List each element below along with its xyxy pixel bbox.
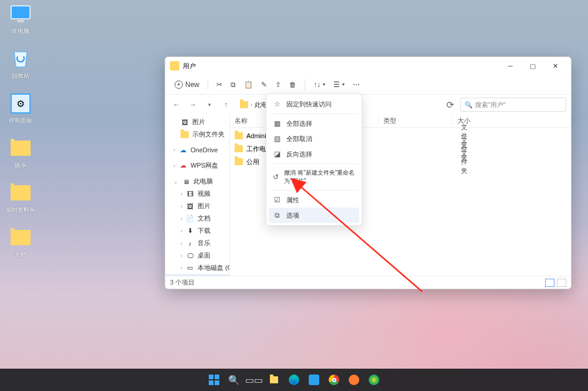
toolbar: + New ✂ ⧉ 📋 ✎ ⇪ 🗑 ↑↓ ▾ ☰ ▾ ⋯ (165, 75, 571, 95)
docs-icon: 📄 (186, 215, 194, 223)
undo-icon: ↺ (272, 172, 279, 182)
desktop-icons: 此电脑 回收站 ⚙ 控制面板 娱乐 临时资料夹 文档 (6, 2, 35, 259)
forward-button[interactable]: → (186, 98, 199, 111)
close-button[interactable]: ✕ (544, 58, 566, 74)
sidebar-item-downloads[interactable]: ›⬇下载 (165, 225, 229, 237)
rename-icon: ✎ (261, 81, 267, 89)
taskbar-app-1[interactable] (306, 372, 322, 388)
svg-rect-5 (209, 380, 213, 385)
col-size[interactable]: 大小 (453, 116, 571, 125)
chevron-right-icon: › (250, 102, 252, 108)
copy-icon: ⧉ (230, 81, 236, 89)
search-input[interactable]: 🔍 搜索"用户" (460, 98, 566, 112)
cloud-icon: ☁ (179, 146, 187, 154)
file-explorer-window: 用户 ─ ▢ ✕ + New ✂ ⧉ 📋 ✎ ⇪ 🗑 ↑↓ ▾ ☰ ▾ ⋯ ← … (165, 56, 572, 289)
taskbar-app-3[interactable] (366, 372, 382, 388)
taskbar-edge[interactable] (286, 372, 302, 388)
cut-icon: ✂ (216, 81, 222, 89)
drive-icon: ▭ (186, 264, 194, 272)
view-button[interactable]: ☰ ▾ (330, 78, 348, 91)
desktop-icon-recycle[interactable]: 回收站 (6, 47, 35, 80)
desktop-icon-ctrl-panel[interactable]: ⚙ 控制面板 (6, 92, 35, 125)
music-icon: ♪ (186, 239, 194, 248)
pc-icon: 🖥 (182, 178, 190, 186)
search-placeholder: 搜索"用户" (475, 101, 506, 109)
folder-icon (270, 376, 278, 383)
refresh-button[interactable]: ⟳ (443, 98, 457, 112)
menu-undo-rename[interactable]: ↺ 撤消 将"新建文件夹"重命名为"图片" (269, 166, 359, 188)
sidebar-item-desktop[interactable]: ›🖵桌面 (165, 249, 229, 262)
plus-icon: + (175, 81, 183, 89)
folder-icon (181, 131, 189, 139)
sidebar-item-disk-c[interactable]: ›▭本地磁盘 (C:) (165, 262, 229, 274)
taskbar[interactable]: 🔍 ▭▭ (0, 369, 588, 391)
maximize-button[interactable]: ▢ (522, 58, 544, 74)
titlebar[interactable]: 用户 ─ ▢ ✕ (165, 57, 571, 75)
nav-sidebar[interactable]: 🖼图片 示例文件夹 ›☁OneDrive ›☁WPS网盘 ⌄🖥此电脑 ›🎞视频 … (165, 115, 230, 276)
cut-button[interactable]: ✂ (213, 78, 226, 91)
address-bar-row: ← → ▾ ↑ › 此电脑 › 本地… ⟳ 🔍 搜索"用户" (165, 95, 571, 115)
pin-icon: ☆ (272, 99, 282, 109)
desktop-icon-folder-b[interactable]: 临时资料夹 (6, 181, 35, 214)
recent-dropdown[interactable]: ▾ (203, 98, 216, 111)
taskbar-search[interactable]: 🔍 (226, 372, 242, 388)
folder-icon (235, 158, 243, 165)
rename-button[interactable]: ✎ (258, 78, 270, 91)
desktop-icon-label: 临时资料夹 (6, 206, 35, 214)
menu-pin-quick-access[interactable]: ☆ 固定到快速访问 (269, 96, 359, 112)
sidebar-item-this-pc[interactable]: ⌄🖥此电脑 (165, 175, 229, 188)
sort-button[interactable]: ↑↓ ▾ (310, 78, 329, 91)
window-title: 用户 (183, 62, 196, 71)
search-icon: 🔍 (228, 375, 240, 386)
share-button[interactable]: ⇪ (272, 78, 285, 91)
taskbar-taskview[interactable]: ▭▭ (246, 372, 262, 388)
sidebar-item-docs[interactable]: ›📄文档 (165, 212, 229, 225)
view-icon: ☰ (333, 81, 340, 89)
share-icon: ⇪ (275, 81, 281, 89)
taskbar-chrome[interactable] (326, 372, 342, 388)
view-thumbnails-button[interactable] (557, 279, 566, 287)
video-icon: 🎞 (186, 190, 194, 198)
search-icon: 🔍 (465, 101, 473, 109)
desktop-icon-this-pc[interactable]: 此电脑 (6, 2, 35, 35)
sidebar-item-music[interactable]: ›♪音乐 (165, 237, 229, 249)
desktop-icon-label: 娱乐 (15, 161, 26, 169)
sidebar-item-pictures2[interactable]: ›🖼图片 (165, 200, 229, 212)
more-button[interactable]: ⋯ (349, 78, 363, 91)
start-button[interactable] (206, 372, 222, 388)
taskbar-app-2[interactable] (346, 372, 362, 388)
select-all-icon: ▦ (272, 119, 282, 128)
sidebar-item-wps[interactable]: ›☁WPS网盘 (165, 159, 229, 172)
up-button[interactable]: ↑ (219, 98, 232, 111)
download-icon: ⬇ (186, 227, 194, 235)
menu-invert-selection[interactable]: ◪ 反向选择 (269, 146, 359, 162)
invert-icon: ◪ (272, 149, 282, 159)
copy-button[interactable]: ⧉ (227, 78, 239, 91)
status-bar: 3 个项目 (165, 276, 571, 289)
delete-button[interactable]: 🗑 (286, 78, 300, 91)
desktop-icon: 🖵 (186, 252, 194, 260)
view-details-button[interactable] (545, 279, 554, 287)
taskbar-explorer[interactable] (266, 372, 282, 388)
cloud-icon: ☁ (179, 162, 187, 170)
sidebar-item-videos[interactable]: ›🎞视频 (165, 188, 229, 200)
menu-properties[interactable]: ☑ 属性 (269, 192, 359, 208)
sidebar-item-onedrive[interactable]: ›☁OneDrive (165, 144, 229, 156)
paste-icon: 📋 (244, 81, 253, 89)
properties-icon: ☑ (272, 195, 282, 205)
svg-rect-3 (209, 375, 213, 379)
deselect-icon: ▧ (272, 134, 282, 143)
desktop-icon-folder-a[interactable]: 娱乐 (6, 136, 35, 169)
minimize-button[interactable]: ─ (499, 58, 522, 74)
menu-options[interactable]: ⧉ 选项 (269, 208, 359, 223)
back-button[interactable]: ← (170, 98, 183, 111)
new-button[interactable]: + New (171, 78, 203, 91)
desktop-icon-folder-c[interactable]: 文档 (6, 226, 35, 259)
desktop-icon-label: 控制面板 (9, 116, 32, 125)
sidebar-item-pictures[interactable]: 🖼图片 (165, 116, 229, 128)
sidebar-item-samples[interactable]: 示例文件夹 (165, 128, 229, 141)
menu-select-all[interactable]: ▦ 全部选择 (269, 116, 359, 131)
desktop-icon-label: 文档 (15, 250, 26, 259)
paste-button[interactable]: 📋 (240, 78, 256, 91)
menu-deselect-all[interactable]: ▧ 全部取消 (269, 131, 359, 146)
